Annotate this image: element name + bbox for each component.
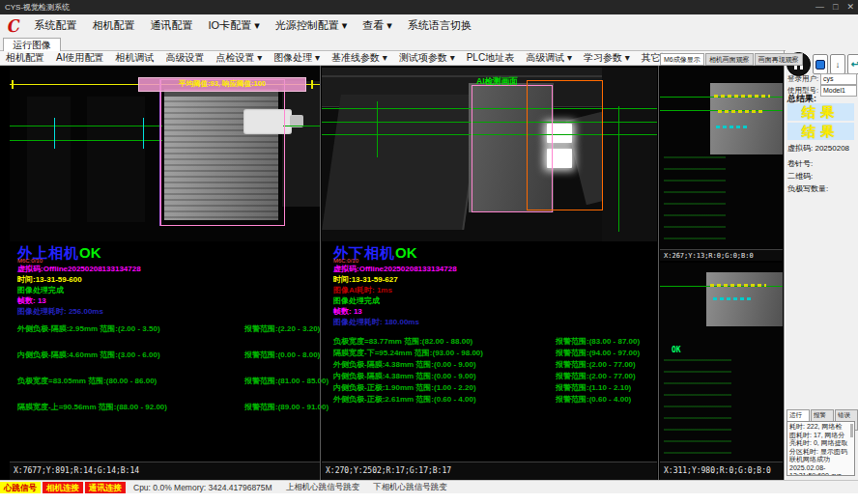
frame-count-line: 帧数: 13 (17, 295, 141, 306)
result-ok-label: OK (79, 244, 101, 261)
reference-tick (311, 80, 313, 89)
lower-camera-heartbeat-status: 下相机心跳信号跳变 (373, 482, 447, 493)
overlay-text-yellow (714, 95, 770, 98)
login-user-field[interactable]: cys (820, 73, 857, 85)
result-box-2: 结果 (787, 123, 854, 140)
alarm-range: 报警范围:(81.00 - 85.00) (244, 376, 329, 386)
alarm-range: 报警范围:(94.00 - 97.00) (556, 348, 640, 358)
alarm-range: 报警范围:(2.20 - 3.20) (244, 323, 320, 334)
ai-time-line: 图像AI耗时: 1ms (333, 285, 457, 295)
tool-plc-address[interactable]: PLC地址表 (461, 51, 520, 65)
camera-connect-badge: 相机连接 (43, 482, 83, 493)
menu-bar: C 系统配置 相机配置 通讯配置 IO卡配置 ▾ 光源控制配置 ▾ 查看 ▾ 系… (0, 14, 858, 37)
tool-camera-config[interactable]: 相机配置 (0, 51, 50, 65)
machine-dark-right (602, 68, 657, 241)
tool-camera-debug[interactable]: 相机调试 (109, 51, 159, 65)
logout-button[interactable]: ↩ (847, 54, 858, 74)
alarm-range: 报警范围:(1.10 - 2.10) (556, 382, 631, 393)
tab-camera-view[interactable]: 相机画面观察 (705, 53, 754, 66)
upper-camera-image[interactable]: 平均阈值:93, 响应阈值:100 (10, 68, 320, 241)
measurement-value: 负极宽度=83.77mm 范围:(82.00 - 88.00) (333, 337, 472, 346)
measurement-value: 隔膜宽度-下=95.24mm 范围:(93.00 - 98.00) (333, 349, 483, 357)
panel-divider (784, 50, 785, 480)
tool-ai-config[interactable]: AI使用配置 (50, 51, 109, 65)
tab-replay-view[interactable]: 画面再现观察 (755, 53, 803, 66)
tool-spot-check[interactable]: 点检设置 ▾ (210, 51, 268, 65)
measurement-value: 外侧负极-正极:2.61mm 范围:(0.60 - 4.00) (333, 395, 476, 404)
result-ok-label: OK (672, 346, 681, 354)
result-text-lines (664, 156, 726, 247)
tool-test-params[interactable]: 测试项参数 ▾ (393, 51, 461, 65)
log-text-area[interactable]: 耗时: 222, 网络检图耗时: 17, 网络分亮耗时: 0, 网络提取分区耗时… (786, 421, 855, 476)
panel-divider (320, 66, 321, 480)
menu-comm-config[interactable]: 通讯配置 (143, 14, 201, 37)
alarm-range: 报警范围:(89.00 - 91.00) (244, 402, 329, 412)
comm-connect-badge: 通讯连接 (85, 482, 126, 493)
menu-camera-config[interactable]: 相机配置 (85, 14, 143, 37)
measure-line-green-vertical (618, 106, 619, 232)
tool-advanced-settings[interactable]: 高级设置 (159, 51, 210, 65)
process-done-line: 图像处理完成 (333, 295, 457, 306)
menu-io-config[interactable]: IO卡配置 ▾ (201, 14, 268, 37)
virtual-code-value: 20250208 (815, 144, 849, 153)
tool-image-process[interactable]: 图像处理 ▾ (268, 51, 326, 65)
login-user-row: 登录用户: cys (787, 73, 857, 85)
download-icon: ↓ (836, 60, 841, 70)
tool-advanced-debug[interactable]: 高级调试 ▾ (520, 51, 578, 65)
login-user-label: 登录用户: (787, 74, 820, 84)
virtual-code-line: 虚拟码:Offline20250208133134728 (17, 264, 141, 274)
heartbeat-badge: 心跳信号 (0, 482, 41, 493)
needle-number-label: 卷针号: (787, 158, 813, 169)
tab-run-image[interactable]: 运行图像 (3, 38, 61, 52)
measurement-value: 内侧负极-隔膜:4.38mm 范围:(0.00 - 9.00) (333, 372, 476, 380)
alarm-range: 报警范围:(83.00 - 87.00) (556, 336, 640, 347)
machine-plate (322, 95, 483, 230)
menu-light-config[interactable]: 光源控制配置 ▾ (268, 14, 356, 37)
camera-icon (815, 60, 825, 70)
measurement-value: 隔膜宽度-上=90.56mm 范围:(88.00 - 92.00) (17, 403, 167, 411)
cpu-memory-status: Cpu: 0.0% Memory: 3424.41796875M (133, 483, 272, 492)
upper-camera-info: 外上相机OK M6C:0/10 虚拟码:Offline2025020813313… (17, 247, 141, 317)
window-controls: — □ ✕ (815, 0, 854, 14)
alarm-range: 报警范围:(0.00 - 8.00) (244, 350, 320, 360)
maximize-icon[interactable]: □ (833, 0, 838, 14)
model-field[interactable]: Model1 (820, 85, 857, 97)
main-display-area: 平均阈值:93, 响应阈值:100 外上相机OK M6C:0/10 虚拟码:Of… (0, 66, 785, 480)
thumbnail-view-2[interactable]: OK (660, 263, 783, 462)
overlay-text-yellow (718, 110, 764, 113)
measure-line-green (10, 126, 162, 126)
alarm-range: 报警范围:(2.00 - 77.00) (556, 371, 636, 381)
camera-button[interactable] (813, 54, 828, 74)
close-icon[interactable]: ✕ (846, 0, 854, 14)
background-structure (87, 97, 145, 222)
alarm-range: 报警范围:(0.60 - 4.00) (556, 394, 631, 405)
thumbnail-view-1[interactable] (660, 68, 783, 249)
thumbnail-tabs: M6成像显示 相机画面观察 画面再现观察 (660, 53, 803, 66)
edge-line-cyan (143, 118, 144, 149)
virtual-code-line: 虚拟码:Offline20250208133134728 (333, 264, 457, 274)
process-time-line: 图像处理耗时: 180.00ms (333, 317, 457, 327)
menu-view[interactable]: 查看 ▾ (355, 14, 400, 37)
tool-baseline-params[interactable]: 基准线参数 ▾ (326, 51, 393, 65)
frame-count-line: 帧数: 13 (333, 306, 457, 317)
menu-language-switch[interactable]: 系统语言切换 (400, 14, 479, 37)
application-window: CYS-视觉检测系统 — □ ✕ C 系统配置 相机配置 通讯配置 IO卡配置 … (0, 0, 858, 504)
process-done-line: 图像处理完成 (17, 285, 141, 295)
process-time-line: 图像处理耗时: 256.00ms (17, 306, 141, 317)
window-title: CYS-视觉检测系统 (5, 3, 70, 12)
lower-camera-image[interactable]: AI检测画面 (322, 68, 657, 241)
tab-m6-display[interactable]: M6成像显示 (660, 53, 704, 66)
lower-camera-coords: X:270;Y:2502;R:17;G:17;B:17 (322, 462, 657, 480)
overlay-text-cyan (716, 126, 749, 128)
log-scrollbar[interactable] (850, 424, 853, 437)
background-structure (27, 97, 71, 222)
save-button[interactable]: ↓ (830, 54, 845, 74)
virtual-code-label: 虚拟码: (787, 144, 813, 153)
virtual-code-row: 虚拟码: 20250208 (787, 143, 849, 154)
tool-learn-params[interactable]: 学习参数 ▾ (578, 51, 636, 65)
anode-write-count-label: 负极写数量: (787, 183, 828, 194)
minimize-icon[interactable]: — (815, 0, 824, 14)
upper-camera-coords: X:7677;Y:891;R:14;G:14;B:14 (10, 462, 320, 480)
result-text-lines (664, 359, 731, 456)
menu-system-config[interactable]: 系统配置 (27, 14, 85, 37)
